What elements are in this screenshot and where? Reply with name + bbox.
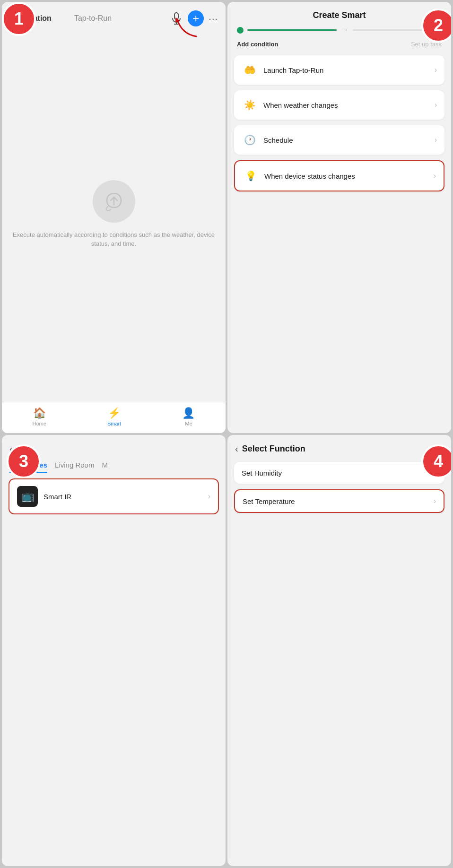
automation-empty-icon [93,180,135,223]
tab-more[interactable]: M [102,458,108,473]
panel-1: 1 Automation Tap-to-Run + ··· [2,2,226,433]
weather-icon: ☀️ [242,97,258,113]
condition-list: 🤲 Launch Tap-to-Run › ☀️ When weather ch… [227,55,451,191]
me-icon: 👤 [182,407,195,419]
condition-schedule-label: Schedule [263,136,429,144]
chevron-icon: › [435,66,437,74]
function-list: Set Humidity › Set Temperature › [227,462,451,513]
chevron-icon: › [434,497,436,505]
nav-me[interactable]: 👤 Me [182,407,195,426]
condition-launch-label: Launch Tap-to-Run [263,66,429,74]
panel2-header: Create Smart [227,2,451,25]
panel1-empty-state: Execute automatically according to condi… [2,26,226,402]
tab-tap-to-run[interactable]: Tap-to-Run [74,10,112,26]
panel4-title: Select Function [242,444,305,454]
progress-bar: → [227,25,451,41]
panel2-title: Create Smart [313,10,366,20]
step-badge-4: 4 [421,444,451,478]
more-options-icon[interactable]: ··· [209,13,218,24]
nav-home[interactable]: 🏠 Home [33,407,46,426]
condition-device-label: When device status changes [264,172,428,180]
condition-weather[interactable]: ☀️ When weather changes › [234,90,444,120]
chevron-icon: › [435,101,437,109]
launch-icon: 🤲 [242,62,258,78]
chevron-icon: › [208,492,210,501]
schedule-icon: 🕐 [242,132,258,148]
step-badge-1: 1 [2,2,36,36]
device-smart-ir[interactable]: 📺 Smart IR › [9,478,219,514]
progress-line-filled [247,29,337,31]
step-badge-2: 2 [421,9,451,43]
tab-living-room[interactable]: Living Room [55,458,94,473]
function-temperature[interactable]: Set Temperature › [234,489,444,513]
back-arrow-icon[interactable]: ‹ [235,443,238,454]
panel-4: 4 ‹ Select Function Set Humidity › Set T… [227,435,451,866]
smart-icon: ⚡ [108,407,121,419]
panel-2: 2 Create Smart → Add condition Set up ta… [227,2,451,433]
empty-description: Execute automatically according to condi… [11,230,216,249]
arrow-indicator [173,15,201,41]
condition-schedule[interactable]: 🕐 Schedule › [234,125,444,155]
device-smart-ir-label: Smart IR [44,493,202,501]
nav-smart[interactable]: ⚡ Smart [107,407,121,426]
panel4-header: ‹ Select Function [227,435,451,462]
step-badge-3: 3 [7,444,41,478]
device-list: 📺 Smart IR › [2,473,226,520]
bottom-nav: 🏠 Home ⚡ Smart 👤 Me [2,402,226,433]
chevron-icon: › [434,172,436,180]
panel-3: 3 ‹ All Devices Living Room M 📺 Smart IR… [2,435,226,866]
nav-home-label: Home [33,421,46,426]
home-icon: 🏠 [33,407,46,419]
progress-dot-1 [237,27,244,34]
device-status-icon: 💡 [243,168,259,184]
nav-smart-label: Smart [107,421,121,426]
function-humidity-label: Set Humidity [242,469,429,477]
smart-ir-icon: 📺 [17,486,38,507]
step-condition-label: Add condition [237,41,278,48]
function-humidity[interactable]: Set Humidity › [234,462,444,484]
condition-launch[interactable]: 🤲 Launch Tap-to-Run › [234,55,444,85]
condition-device[interactable]: 💡 When device status changes › [234,160,444,191]
function-temperature-label: Set Temperature [243,497,428,505]
chevron-icon: › [435,136,437,144]
progress-arrow-icon: → [340,25,349,35]
svg-marker-3 [174,17,180,23]
panel2-step-labels: Add condition Set up task [227,41,451,55]
condition-weather-label: When weather changes [263,101,429,109]
nav-me-label: Me [185,421,192,426]
